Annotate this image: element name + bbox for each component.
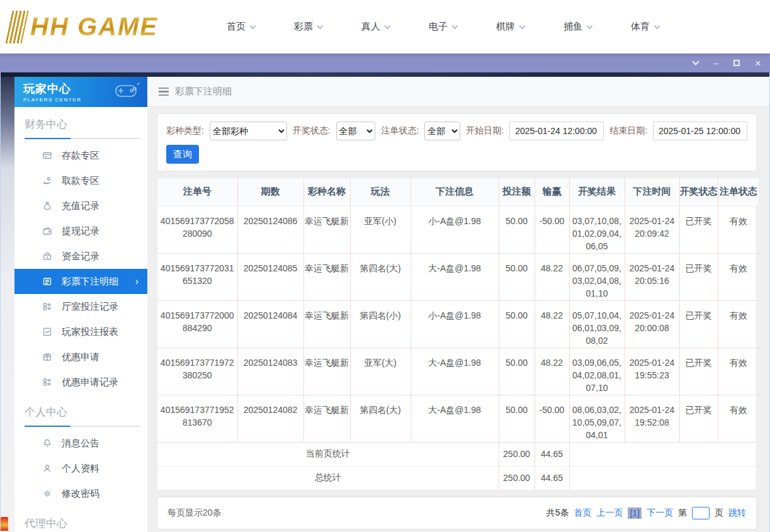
sidebar-header: 玩家中心 PLAYERS CENTER xyxy=(14,77,147,107)
summary-bet-total: 250.00 xyxy=(499,466,535,490)
hamburger-icon[interactable] xyxy=(159,88,169,96)
sidebar-item-lottery-bet-detail[interactable]: 彩票下注明细 › xyxy=(14,269,147,294)
table-row: 40156917377203165132020250124085幸运飞艇新第四名… xyxy=(157,253,759,300)
cell-bet-time: 2025-01-24 19:52:08 xyxy=(625,395,679,442)
nav-item-fishing[interactable]: 捕鱼 xyxy=(563,21,592,33)
cell-period: 20250124084 xyxy=(237,300,303,348)
cell-period: 20250124086 xyxy=(237,206,303,253)
nav-item-lottery[interactable]: 彩票 xyxy=(294,21,322,33)
cell-order-id: 401569173772000884290 xyxy=(157,300,237,348)
total-count-text: 共5条 xyxy=(546,507,569,519)
filter-panel: 彩种类型: 全部彩种 开奖状态: 全部 注单状态: 全部 开始日期: xyxy=(157,113,757,171)
jump-action-link[interactable]: 跳转 xyxy=(728,507,746,519)
prev-page-link[interactable]: 上一页 xyxy=(596,507,623,519)
sidebar-section-agent: 代理中心 xyxy=(14,506,147,532)
cell-bet-status: 有效 xyxy=(718,300,759,348)
window-close-icon[interactable]: × xyxy=(755,58,761,69)
window-minimize-icon[interactable]: – xyxy=(713,59,718,67)
sidebar-item-profile[interactable]: 个人资料 xyxy=(14,456,147,481)
nav-item-home[interactable]: 首页 xyxy=(227,21,255,33)
table-row: 40156917377195281367020250124082幸运飞艇新第四名… xyxy=(157,395,759,442)
recharge-moneybag-icon xyxy=(42,201,52,211)
main-header: 彩票下注明细 xyxy=(147,77,769,107)
chevron-down-icon xyxy=(654,23,660,29)
top-bar: HH GAME 首页 彩票 真人 电子 棋牌 捕鱼 体育 xyxy=(0,0,770,54)
nav-item-electronic[interactable]: 电子 xyxy=(429,21,457,33)
sidebar-item-withdraw-record[interactable]: 提现记录 xyxy=(14,218,147,244)
cell-bet-info: 大-A盘@1.98 xyxy=(410,253,499,300)
cell-bet-amount: 50.00 xyxy=(499,206,535,253)
jump-suffix-label: 页 xyxy=(715,507,723,519)
column-header-order-id: 注单号 xyxy=(157,178,237,206)
window-maximize-icon[interactable] xyxy=(733,60,740,66)
end-date-input[interactable] xyxy=(653,122,747,140)
sidebar: 玩家中心 PLAYERS CENTER 财务中心 存款专区 取款专区 充值记录 xyxy=(14,77,147,532)
chevron-down-icon xyxy=(519,23,526,29)
cell-bet-status: 有效 xyxy=(718,253,759,300)
brand-logo[interactable]: HH GAME xyxy=(9,11,198,43)
draw-status-select[interactable]: 全部 xyxy=(336,122,376,140)
cell-bet-amount: 50.00 xyxy=(499,300,535,348)
window-chevron-down-icon[interactable] xyxy=(693,62,698,64)
window-title-bar: – × xyxy=(0,54,770,72)
lottery-type-select[interactable]: 全部彩种 xyxy=(210,122,287,140)
chevron-down-icon xyxy=(385,23,391,29)
sidebar-item-recharge-record[interactable]: 充值记录 xyxy=(14,193,147,218)
cell-play: 亚军(小) xyxy=(350,206,410,253)
start-date-input[interactable] xyxy=(509,122,604,140)
table-row: 40156917377200088429020250124084幸运飞艇新第四名… xyxy=(157,300,759,348)
first-page-link[interactable]: 首页 xyxy=(574,507,591,519)
sidebar-item-promo-apply-record[interactable]: 优惠申请记录 xyxy=(14,370,147,395)
lottery-type-label: 彩种类型: xyxy=(166,125,204,137)
next-page-link[interactable]: 下一页 xyxy=(647,507,673,519)
nav-item-sports[interactable]: 体育 xyxy=(631,21,659,33)
main-nav: 首页 彩票 真人 电子 棋牌 捕鱼 体育 xyxy=(227,21,659,33)
gear-icon xyxy=(42,489,52,499)
main-area: 彩票下注明细 彩种类型: 全部彩种 开奖状态: 全部 注单状态: xyxy=(147,77,769,532)
column-header-play: 玩法 xyxy=(350,178,410,206)
sidebar-item-deposit-zone[interactable]: 存款专区 xyxy=(14,143,147,168)
bet-detail-doc-icon xyxy=(42,276,52,286)
sidebar-item-hall-bet-record[interactable]: 厅室投注记录 xyxy=(14,294,147,319)
bet-detail-table-panel: 注单号期数彩种名称玩法下注信息投注额输赢开奖结果下注时间开奖状态注单状态 401… xyxy=(157,178,757,490)
summary-empty xyxy=(569,466,759,490)
current-page-indicator: [1] xyxy=(628,507,642,519)
cell-lottery-name: 幸运飞艇新 xyxy=(303,395,350,442)
nav-item-boardgames[interactable]: 棋牌 xyxy=(496,21,524,33)
cell-bet-time: 2025-01-24 20:00:08 xyxy=(625,300,679,348)
cell-bet-info: 小-A盘@1.98 xyxy=(410,300,499,348)
cell-order-id: 401569173772031651320 xyxy=(157,253,237,300)
logo-text: HH GAME xyxy=(30,13,158,41)
sidebar-item-player-bet-report[interactable]: 玩家投注报表 xyxy=(14,319,147,344)
cell-bet-info: 小-A盘@1.98 xyxy=(410,206,499,253)
sidebar-item-fund-record[interactable]: 资金记录 xyxy=(14,244,147,269)
background-decoration-image xyxy=(1,517,8,531)
cell-bet-time: 2025-01-24 20:09:42 xyxy=(625,206,679,253)
cell-draw-status: 已开奖 xyxy=(679,348,718,395)
summary-row: 当前页统计250.0044.65 xyxy=(157,442,759,466)
cell-order-id: 401569173772058280090 xyxy=(157,206,237,253)
summary-winloss-total: 44.65 xyxy=(535,442,569,466)
cell-order-id: 401569173771952813670 xyxy=(157,395,237,442)
bet-status-select[interactable]: 全部 xyxy=(424,122,460,140)
sidebar-item-withdraw-zone[interactable]: 取款专区 xyxy=(14,168,147,193)
promo-apply-icon xyxy=(42,352,52,362)
query-button[interactable]: 查询 xyxy=(166,145,199,164)
column-header-draw-result: 开奖结果 xyxy=(569,178,625,206)
cell-lottery-name: 幸运飞艇新 xyxy=(303,348,350,395)
sidebar-item-promo-apply[interactable]: 优惠申请 xyxy=(14,344,147,370)
cell-draw-status: 已开奖 xyxy=(679,395,718,442)
sidebar-item-change-password[interactable]: 修改密码 xyxy=(14,481,147,506)
cell-bet-time: 2025-01-24 19:55:23 xyxy=(625,348,679,395)
nav-item-live[interactable]: 真人 xyxy=(361,21,390,33)
player-report-chart-icon xyxy=(42,327,52,337)
chevron-down-icon xyxy=(317,23,324,29)
page-title: 彩票下注明细 xyxy=(175,86,232,98)
jump-page-input[interactable] xyxy=(692,507,710,519)
page-size-text: 每页显示20条 xyxy=(167,507,222,519)
end-date-label: 结束日期: xyxy=(609,125,647,137)
sidebar-item-messages[interactable]: 消息公告 xyxy=(14,431,147,456)
cell-win-loss: -50.00 xyxy=(535,395,569,442)
cell-play: 亚军(大) xyxy=(350,348,410,395)
summary-row: 总统计250.0044.65 xyxy=(157,466,759,490)
